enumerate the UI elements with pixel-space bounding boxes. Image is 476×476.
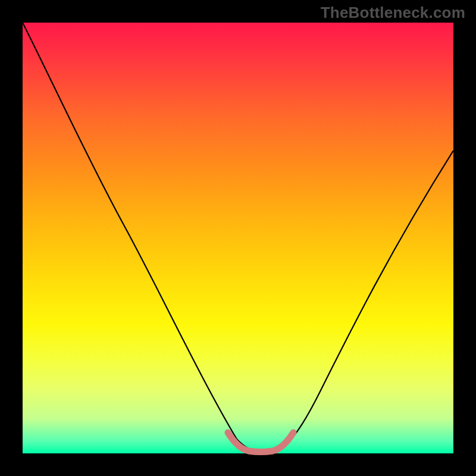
curve-layer — [23, 23, 453, 453]
valley-floor-highlight — [228, 433, 293, 452]
bottleneck-curve — [23, 23, 453, 452]
plot-area — [23, 23, 453, 453]
watermark-text: TheBottleneck.com — [321, 4, 465, 22]
chart-frame: TheBottleneck.com — [0, 0, 476, 476]
